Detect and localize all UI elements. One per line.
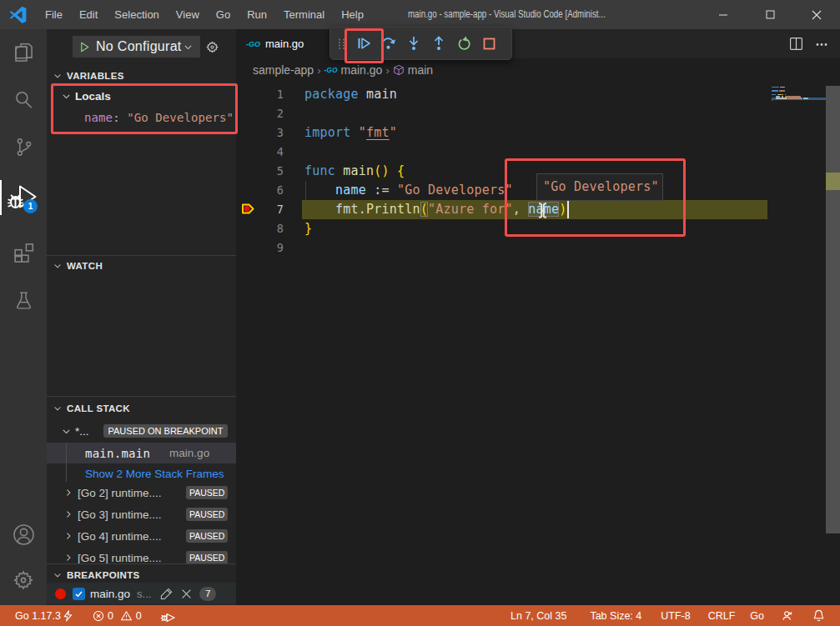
vscode-window: File Edit Selection View Go Run Terminal… <box>0 0 840 626</box>
breakpoint-checkbox[interactable] <box>73 588 85 600</box>
encoding-item[interactable]: UTF-8 <box>661 605 690 626</box>
breakpoint-path-label: s... <box>137 588 151 600</box>
token-bk: } <box>304 221 312 236</box>
menu-terminal[interactable]: Terminal <box>275 0 333 29</box>
token-pl <box>335 163 343 178</box>
cursor-position-item[interactable]: Ln 7, Col 35 <box>511 605 566 626</box>
chevron-down-icon <box>183 42 194 53</box>
editor-actions <box>789 29 828 58</box>
window-title: main.go - sample-app - Visual Studio Cod… <box>408 0 606 29</box>
remove-breakpoint-icon[interactable] <box>181 588 192 599</box>
breadcrumb-separator-icon: › <box>385 64 389 77</box>
language-label: Go <box>750 610 764 622</box>
token-st: " <box>390 125 397 140</box>
step-into-button[interactable] <box>401 29 426 58</box>
line-text: import "fmt" <box>304 123 397 143</box>
breakpoint-current-line-icon[interactable] <box>241 202 255 216</box>
run-and-debug-icon[interactable] <box>0 180 47 220</box>
breakpoints-section-header[interactable]: BREAKPOINTS <box>47 566 236 584</box>
thread-row-main[interactable]: *... PAUSED ON BREAKPOINT <box>47 422 236 440</box>
language-item[interactable]: Go <box>750 605 764 626</box>
debug-config-dropdown[interactable]: No Configurat <box>73 36 200 58</box>
line-text: package main <box>304 85 397 104</box>
watch-section-header[interactable]: WATCH <box>47 257 236 275</box>
token-bk: () <box>374 163 390 178</box>
start-debug-icon[interactable] <box>78 41 91 53</box>
code-line-2[interactable]: 2 <box>236 104 840 123</box>
bell-icon <box>812 609 825 622</box>
maximize-button[interactable] <box>747 0 793 29</box>
accounts-icon[interactable] <box>0 514 47 554</box>
variables-section-header[interactable]: VARIABLES <box>47 67 236 85</box>
breakpoint-row[interactable]: main.go s... 7 <box>47 583 236 604</box>
token-kw: package <box>304 87 359 102</box>
more-actions-icon[interactable] <box>815 38 828 51</box>
testing-icon[interactable] <box>0 280 47 320</box>
search-icon[interactable] <box>0 80 47 120</box>
tab-size-item[interactable]: Tab Size: 4 <box>590 605 641 626</box>
code-line-9[interactable]: 9 <box>236 238 840 258</box>
menu-go[interactable]: Go <box>208 0 239 29</box>
token-stu: fmt <box>366 125 390 140</box>
menu-help[interactable]: Help <box>333 0 372 29</box>
vertical-scrollbar[interactable] <box>826 86 840 533</box>
menu-view[interactable]: View <box>168 0 208 29</box>
breadcrumb-folder[interactable]: sample-app <box>253 63 314 77</box>
restart-button[interactable] <box>451 29 476 58</box>
overview-ruler-marker <box>826 173 840 190</box>
token-pl <box>390 163 397 178</box>
stack-frame-row[interactable]: main.main main.go <box>47 443 236 463</box>
menu-selection[interactable]: Selection <box>106 0 167 29</box>
step-out-button[interactable] <box>426 29 451 58</box>
code-line-1[interactable]: 1package main <box>236 85 840 104</box>
minimap-line-segment <box>772 90 778 92</box>
problems-item[interactable]: 0 0 <box>93 605 142 626</box>
paused-on-breakpoint-badge: PAUSED ON BREAKPOINT <box>103 424 229 438</box>
menu-file[interactable]: File <box>37 0 71 29</box>
source-control-icon[interactable] <box>0 127 47 167</box>
edit-breakpoint-icon[interactable] <box>160 588 173 600</box>
token-kw: import <box>304 125 351 140</box>
breadcrumb-file[interactable]: main.go <box>341 63 383 77</box>
settings-gear-icon[interactable] <box>0 560 47 600</box>
extensions-icon[interactable] <box>0 233 47 273</box>
menu-edit[interactable]: Edit <box>71 0 106 29</box>
close-button[interactable] <box>793 0 840 29</box>
minimap-line-segment <box>783 90 784 92</box>
token-vr: name <box>335 183 366 198</box>
thread-label: [Go 3] runtime.... <box>78 508 162 521</box>
stop-button[interactable] <box>476 29 501 58</box>
debug-status-item[interactable] <box>160 605 176 626</box>
line-number: 9 <box>236 238 284 258</box>
eol-item[interactable]: CRLF <box>708 605 736 626</box>
call-stack-section-header[interactable]: CALL STACK <box>47 399 236 418</box>
tab-main-go[interactable]: -GO main.go <box>236 29 331 58</box>
minimize-button[interactable] <box>700 0 747 29</box>
split-editor-icon[interactable] <box>789 37 803 51</box>
breakpoint-line-badge: 7 <box>199 587 216 601</box>
chevron-right-icon <box>63 509 73 519</box>
annotation-rect-locals <box>51 83 238 134</box>
go-version-item[interactable]: Go 1.17.3 <box>8 605 73 626</box>
show-more-frames-link[interactable]: Show 2 More Stack Frames <box>47 465 236 482</box>
stack-frame-file: main.go <box>169 447 209 459</box>
breadcrumb-symbol[interactable]: main <box>408 63 433 77</box>
token-st: "Go Developers" <box>397 183 513 198</box>
code-line-3[interactable]: 3import "fmt" <box>236 123 840 143</box>
menu-run[interactable]: Run <box>239 0 275 29</box>
bug-run-icon <box>160 609 176 623</box>
errors-count: 0 <box>108 610 113 622</box>
notifications-item[interactable] <box>812 605 825 626</box>
show-more-frames-label: Show 2 More Stack Frames <box>85 468 224 480</box>
thread-label: [Go 2] runtime.... <box>78 487 162 499</box>
paused-badge: PAUSED <box>186 529 228 543</box>
section-divider <box>47 396 236 397</box>
breakpoints-section: BREAKPOINTS main.go s... 7 <box>47 563 236 605</box>
debug-gear-icon[interactable] <box>205 40 219 54</box>
variables-header-label: VARIABLES <box>67 71 124 81</box>
warnings-icon <box>120 610 133 622</box>
explorer-icon[interactable] <box>0 33 47 73</box>
line-text: func main() { <box>304 162 405 181</box>
feedback-item[interactable] <box>782 605 795 626</box>
minimap[interactable] <box>772 86 826 136</box>
